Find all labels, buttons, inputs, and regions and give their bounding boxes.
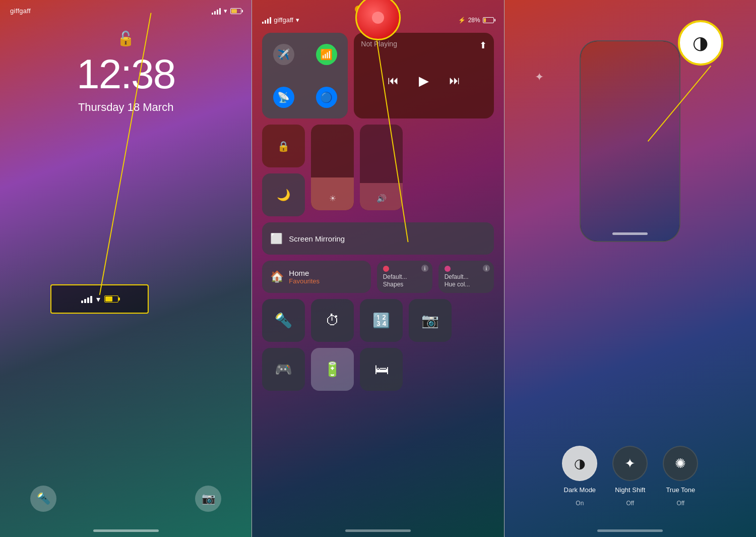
bluetooth-button[interactable]: 🔵 <box>305 76 348 118</box>
dark-mode-option: ◑ Dark Mode On <box>562 446 597 507</box>
hue-shapes-button[interactable]: Default... Shapes ℹ <box>377 261 432 293</box>
hue-col-info-icon: ℹ <box>483 265 490 272</box>
rotation-lock-icon: 🔒 <box>277 140 290 152</box>
torch-cc-button[interactable]: 🔦 <box>262 299 305 342</box>
hue-dot-2 <box>445 266 451 272</box>
night-shift-icon: ✦ <box>624 456 636 471</box>
play-button[interactable]: ▶ <box>414 71 434 91</box>
media-player: Not Playing ⬆ ⏮ ▶ ⏭ <box>354 33 493 118</box>
battery-widget-button[interactable]: 🔋 <box>311 348 354 391</box>
airplane-icon: ✈️ <box>273 44 294 65</box>
true-tone-status: Off <box>676 500 684 507</box>
invert-circle-annotation: ◑ <box>678 20 723 66</box>
cc-row-mirroring: ⬜ Screen Mirroring <box>262 222 493 255</box>
cc-battery-icon <box>483 17 494 23</box>
timer-button[interactable]: ⏱ <box>311 299 354 342</box>
carrier-label: giffgaff <box>10 7 31 15</box>
media-controls: ⏮ ▶ ⏭ <box>361 50 486 111</box>
hue-col-button[interactable]: Default... Hue col... ℹ <box>438 261 494 293</box>
true-tone-option: ✺ True Tone Off <box>663 446 698 507</box>
fast-forward-button[interactable]: ⏭ <box>449 74 460 87</box>
cc-home-indicator <box>345 529 411 532</box>
true-tone-button[interactable]: ✺ <box>663 446 698 481</box>
home-title: Home <box>289 269 320 277</box>
cc-right-status: ⚡ 28% <box>458 17 494 24</box>
hue-col-label: Default... Hue col... <box>445 273 470 288</box>
rewind-button[interactable]: ⏮ <box>388 74 399 87</box>
cc-signal-icon <box>262 17 271 24</box>
do-not-disturb-button[interactable]: 🌙 <box>262 173 305 216</box>
screen-mirroring-label: Screen Mirroring <box>289 234 345 243</box>
cellular-icon: 📶 <box>316 44 337 65</box>
volume-slider[interactable]: 🔊 <box>360 125 403 210</box>
home-icon: 🏠 <box>270 270 284 283</box>
cc-carrier: giffgaff <box>274 16 293 24</box>
highlight-battery-icon <box>104 295 118 303</box>
display-home-indicator <box>597 529 663 532</box>
home-button[interactable]: 🏠 Home Favourites <box>262 261 370 293</box>
display-options-panel: ◑ ✦ ◑ Dark Mode On ✦ Night Shift Off <box>505 0 756 537</box>
night-shift-label: Night Shift <box>615 486 645 495</box>
cc-connectivity-grid: ✈️ 📶 📡 🔵 <box>262 33 348 118</box>
sun-brightness-icon: ✦ <box>535 71 544 84</box>
camera-button[interactable]: 📷 <box>195 486 221 512</box>
night-shift-option: ✦ Night Shift Off <box>612 446 648 507</box>
iphone-screen <box>581 41 679 241</box>
moon-icon: 🌙 <box>277 189 290 202</box>
cc-wifi-icon: ▾ <box>296 16 299 24</box>
hue-info-icon: ℹ <box>421 265 428 272</box>
signal-icon <box>212 8 221 15</box>
cc-row-sliders: 🔒 🌙 ☀ 🔊 <box>262 125 493 216</box>
status-bar-highlight-box: ▾ <box>50 284 149 314</box>
night-shift-status: Off <box>626 500 634 507</box>
dark-mode-label: Dark Mode <box>564 486 596 495</box>
calculator-button[interactable]: 🔢 <box>360 299 403 342</box>
wifi-cc-icon: 📡 <box>273 87 294 108</box>
cc-row-remote: 🎮 🔋 🛏 <box>262 348 493 391</box>
home-text: Home Favourites <box>289 269 320 285</box>
brightness-icon: ☀ <box>329 194 336 203</box>
cc-row-home-hue: 🏠 Home Favourites Default... Shapes ℹ De… <box>262 261 493 293</box>
true-tone-label: True Tone <box>666 486 695 495</box>
lock-icon: 🔓 <box>117 30 135 47</box>
airplay-icon[interactable]: ⬆ <box>479 40 487 51</box>
invert-icon: ◑ <box>692 32 708 53</box>
wifi-icon: ▾ <box>224 7 227 15</box>
control-center-panel: 🎤 Siri, recent... giffgaff ▾ ⚡ 28% <box>252 0 503 537</box>
battery-icon <box>230 8 241 14</box>
hue-dot-1 <box>383 266 389 272</box>
charging-icon: ⚡ <box>458 17 466 24</box>
cc-content: ✈️ 📶 📡 🔵 Not Playing ⬆ <box>262 33 493 391</box>
hue-shapes-label: Default... Shapes <box>383 273 407 288</box>
dark-mode-status: On <box>576 500 584 507</box>
rotation-lock-button[interactable]: 🔒 <box>262 125 305 167</box>
screen-mirroring-button[interactable]: ⬜ Screen Mirroring <box>262 222 493 255</box>
cc-battery-percent: 28% <box>468 17 480 24</box>
camera-cc-button[interactable]: 📷 <box>409 299 452 342</box>
true-tone-icon: ✺ <box>675 456 686 471</box>
volume-icon: 🔊 <box>376 194 387 203</box>
highlight-signal-icon <box>81 295 92 303</box>
home-subtitle: Favourites <box>289 277 320 285</box>
lock-status-bar: ▾ <box>212 7 241 15</box>
brightness-dot <box>372 12 384 24</box>
iphone-mockup <box>580 40 680 242</box>
brightness-slider[interactable]: ☀ <box>311 125 354 210</box>
night-shift-button[interactable]: ✦ <box>612 446 648 481</box>
sleep-button[interactable]: 🛏 <box>360 348 403 391</box>
dark-mode-button[interactable]: ◑ <box>562 446 597 481</box>
not-playing-label: Not Playing <box>361 40 486 48</box>
home-indicator <box>93 529 159 532</box>
torch-button[interactable]: 🔦 <box>30 486 56 512</box>
airplane-mode-button[interactable]: ✈️ <box>262 33 305 76</box>
wifi-button[interactable]: 📡 <box>262 76 305 118</box>
screen-mirroring-icon: ⬜ <box>270 232 283 245</box>
display-options-row: ◑ Dark Mode On ✦ Night Shift Off ✺ True … <box>505 446 756 507</box>
lock-date: Thursday 18 March <box>78 101 174 114</box>
cc-row-icons: 🔦 ⏱ 🔢 📷 <box>262 299 493 342</box>
bluetooth-icon: 🔵 <box>316 87 337 108</box>
cellular-button[interactable]: 📶 <box>305 33 348 76</box>
lock-screen-panel: giffgaff ▾ 🔓 12:38 Thursday 18 March ▾ <box>0 0 251 537</box>
cc-left-status: giffgaff ▾ <box>262 16 299 24</box>
remote-button[interactable]: 🎮 <box>262 348 305 391</box>
